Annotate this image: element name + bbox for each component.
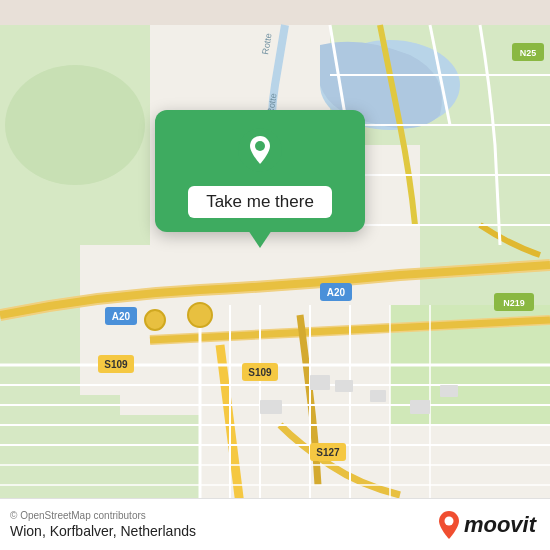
take-me-there-button[interactable]: Take me there xyxy=(188,186,332,218)
svg-rect-40 xyxy=(310,375,330,390)
bottom-bar: © OpenStreetMap contributors Wion, Korfb… xyxy=(0,498,550,550)
svg-point-3 xyxy=(5,65,145,185)
svg-text:A20: A20 xyxy=(112,311,131,322)
moovit-brand-text: moovit xyxy=(464,512,536,538)
svg-rect-43 xyxy=(370,390,386,402)
svg-rect-42 xyxy=(260,400,282,414)
location-pin-icon xyxy=(238,128,282,172)
svg-text:S127: S127 xyxy=(316,447,340,458)
svg-text:S109: S109 xyxy=(248,367,272,378)
map-background: A20 A20 S109 S109 S127 N219 Rotte Rotte xyxy=(0,0,550,550)
copyright-text: © OpenStreetMap contributors xyxy=(10,510,196,521)
svg-point-38 xyxy=(188,303,212,327)
moovit-pin-icon xyxy=(438,511,460,539)
location-label: Wion, Korfbalver, Netherlands xyxy=(10,523,196,539)
svg-point-39 xyxy=(145,310,165,330)
svg-rect-2 xyxy=(0,245,80,395)
svg-rect-44 xyxy=(410,400,430,414)
svg-point-54 xyxy=(444,516,453,525)
bottom-bar-info: © OpenStreetMap contributors Wion, Korfb… xyxy=(10,510,196,539)
moovit-logo: moovit xyxy=(438,511,536,539)
svg-text:N219: N219 xyxy=(503,298,525,308)
map-container: A20 A20 S109 S109 S127 N219 Rotte Rotte xyxy=(0,0,550,550)
svg-text:N25: N25 xyxy=(520,48,537,58)
svg-rect-41 xyxy=(335,380,353,392)
svg-rect-45 xyxy=(440,385,458,397)
svg-point-53 xyxy=(255,141,265,151)
svg-text:A20: A20 xyxy=(327,287,346,298)
map-popup[interactable]: Take me there xyxy=(155,110,365,232)
svg-text:S109: S109 xyxy=(104,359,128,370)
